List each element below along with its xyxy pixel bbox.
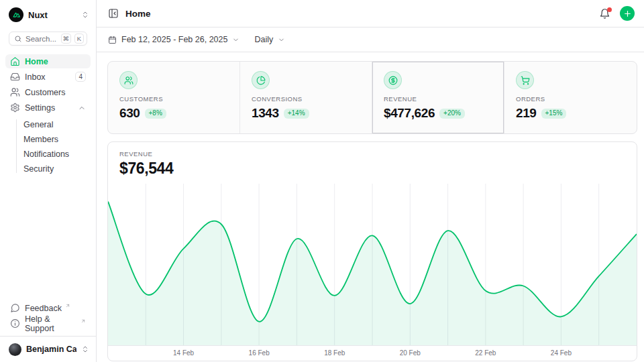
search-input[interactable]: Search... ⌘ K	[9, 32, 87, 46]
x-axis: 14 Feb16 Feb18 Feb20 Feb22 Feb24 Feb	[108, 346, 637, 361]
stat-label: REVENUE	[384, 95, 492, 103]
revenue-area-chart[interactable]	[108, 184, 637, 346]
workspace-name: Nuxt	[28, 10, 76, 20]
footer-link-label: Help & Support	[25, 314, 77, 333]
chevrons-up-down-icon	[81, 345, 89, 353]
feedback-link[interactable]: Feedback	[5, 301, 91, 315]
add-button[interactable]	[620, 6, 635, 21]
kbd-k: K	[74, 34, 84, 44]
stat-value: 1343	[252, 106, 279, 121]
submenu-item-notifications[interactable]: Notifications	[5, 147, 91, 162]
user-menu[interactable]: Benjamin Canac	[0, 342, 96, 357]
x-axis-tick: 20 Feb	[400, 349, 421, 357]
sidebar-item-label: Home	[25, 57, 48, 66]
sidebar-item-label: Inbox	[25, 72, 46, 82]
stat-label: ORDERS	[516, 95, 625, 103]
main-area: Home Feb 12, 2025 - Feb 26, 2025 Daily	[97, 0, 644, 362]
chart-header: REVENUE $76,544	[108, 142, 637, 184]
stat-delta-badge: +8%	[145, 109, 166, 119]
date-range-value: Feb 12, 2025 - Feb 26, 2025	[121, 35, 227, 44]
sidebar-spacer	[0, 176, 96, 301]
sidebar-item-customers[interactable]: Customers	[5, 85, 91, 99]
search-placeholder: Search...	[25, 35, 58, 43]
x-axis-tick: 22 Feb	[475, 349, 496, 357]
stat-card-orders[interactable]: ORDERS 219 +15%	[504, 62, 637, 133]
sidebar-item-home[interactable]: Home	[5, 54, 91, 68]
x-axis-tick: 16 Feb	[249, 349, 270, 357]
page-header: Home	[97, 0, 644, 27]
calendar-icon	[108, 36, 117, 44]
stat-delta-badge: +20%	[439, 109, 465, 119]
inbox-count-badge: 4	[75, 72, 86, 82]
avatar	[9, 343, 21, 356]
cart-icon	[516, 71, 534, 89]
x-axis-tick: 14 Feb	[173, 349, 194, 357]
help-support-link[interactable]: Help & Support	[5, 316, 91, 330]
stats-row: CUSTOMERS 630 +8% CONVERSIONS 1343 +14%	[107, 61, 637, 134]
area-chart-svg	[108, 184, 637, 346]
period-value: Daily	[254, 35, 273, 44]
info-circle-icon	[10, 318, 20, 328]
sidebar: Nuxt Search... ⌘ K Home Inbox 4	[0, 0, 97, 362]
stat-delta-badge: +15%	[541, 109, 567, 119]
stat-card-customers[interactable]: CUSTOMERS 630 +8%	[108, 62, 240, 133]
plus-icon	[623, 9, 632, 18]
filters-toolbar: Feb 12, 2025 - Feb 26, 2025 Daily	[97, 27, 644, 52]
sidebar-item-label: Settings	[25, 103, 55, 113]
stat-delta-badge: +14%	[284, 109, 309, 119]
stat-card-revenue[interactable]: REVENUE $477,626 +20%	[372, 62, 504, 133]
sidebar-divider	[0, 336, 96, 337]
sidebar-item-settings[interactable]: Settings	[5, 101, 91, 115]
sidebar-nav: Home Inbox 4 Customers Settings	[0, 54, 96, 176]
chevron-down-icon	[278, 36, 285, 44]
inbox-icon	[10, 72, 20, 82]
chart-metric-label: REVENUE	[119, 150, 625, 158]
panel-left-close-icon[interactable]	[108, 8, 119, 19]
stat-value: $477,626	[384, 106, 435, 121]
x-axis-tick: 24 Feb	[551, 349, 572, 357]
stat-card-conversions[interactable]: CONVERSIONS 1343 +14%	[240, 62, 372, 133]
stat-label: CUSTOMERS	[119, 95, 228, 103]
home-icon	[10, 56, 20, 66]
page-title: Home	[125, 9, 151, 19]
users-icon	[119, 71, 138, 89]
chevron-up-icon	[78, 104, 86, 112]
header-left: Home	[108, 8, 599, 19]
chevron-down-icon	[232, 36, 239, 44]
sidebar-item-label: Customers	[25, 88, 65, 97]
submenu-item-members[interactable]: Members	[5, 132, 91, 147]
stat-value: 219	[516, 106, 537, 121]
notifications-button[interactable]	[599, 8, 610, 19]
dashboard-content: CUSTOMERS 630 +8% CONVERSIONS 1343 +14%	[97, 52, 644, 362]
sidebar-item-inbox[interactable]: Inbox 4	[5, 70, 91, 84]
chart-metric-value: $76,544	[119, 160, 625, 178]
dollar-circle-icon	[384, 71, 402, 89]
period-select[interactable]: Daily	[254, 35, 285, 44]
date-range-picker[interactable]: Feb 12, 2025 - Feb 26, 2025	[108, 35, 239, 44]
submenu-item-general[interactable]: General	[5, 117, 91, 132]
app-window: Nuxt Search... ⌘ K Home Inbox 4	[0, 0, 644, 362]
stat-label: CONVERSIONS	[252, 95, 360, 103]
workspace-switcher[interactable]: Nuxt	[0, 7, 96, 23]
external-link-icon	[65, 303, 70, 308]
external-link-icon	[80, 318, 86, 324]
search-icon	[14, 35, 22, 43]
settings-submenu: General Members Notifications Security	[5, 117, 91, 176]
chevrons-up-down-icon	[81, 11, 89, 19]
sidebar-footer-nav: Feedback Help & Support	[0, 301, 96, 330]
footer-link-label: Feedback	[25, 304, 62, 313]
user-name: Benjamin Canac	[26, 345, 76, 354]
revenue-chart-card: REVENUE $76,544 14 Feb16 Feb18 Feb20 Feb…	[107, 141, 637, 361]
notification-dot	[607, 7, 612, 12]
nuxt-logo-icon	[9, 7, 23, 22]
message-bubble-icon	[10, 303, 20, 313]
x-axis-tick: 18 Feb	[324, 349, 345, 357]
gear-icon	[10, 103, 20, 113]
submenu-item-security[interactable]: Security	[5, 162, 91, 176]
kbd-cmd: ⌘	[61, 34, 72, 44]
pie-chart-icon	[252, 71, 270, 89]
users-icon	[10, 87, 20, 97]
stat-value: 630	[119, 106, 140, 121]
